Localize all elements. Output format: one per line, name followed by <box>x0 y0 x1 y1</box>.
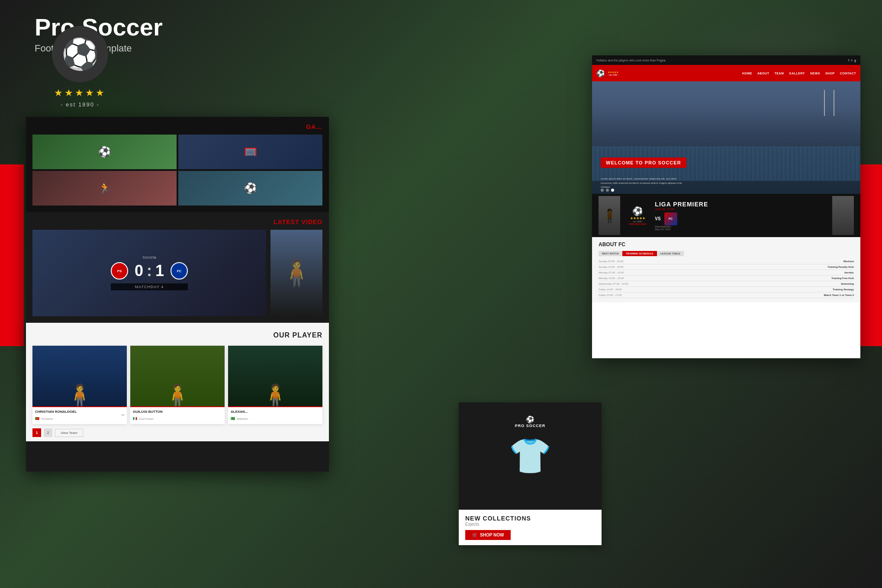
gallery-label: GA... <box>32 123 322 130</box>
view-team-button[interactable]: View Team <box>55 429 83 437</box>
players-section: OUR PLAYER 🧍 CHRISTIAN RONALDOEL 🇵🇹 Forw… <box>26 323 329 441</box>
announcement-text: Fellaino and the players who cost more t… <box>596 59 666 62</box>
site-header: ⚽ ★★★★★ - est 1890 - HOME ABOUT TEAM GAL… <box>592 65 860 81</box>
tshirt-brand-text: PRO SOCCER <box>515 424 546 428</box>
shop-info: NEW COLLECTIONS Esjects 🛒 SHOP NOW <box>459 510 602 545</box>
nav-team[interactable]: TEAM <box>774 72 784 75</box>
schedule-row-6: Friday 14:00 - 18:00 Training Strategy <box>599 287 854 292</box>
player-flag-2: 🇮🇹 <box>133 417 137 421</box>
player-figure-3: 🧍 <box>262 385 289 406</box>
team-logo-center: ⚽ ★★★★★ - est 1890 - PRO SOCCER <box>629 206 646 225</box>
hero-dot-3[interactable] <box>611 189 614 192</box>
player-card-3[interactable]: 🧍 ALEXAN... 🇧🇷 Midfielder <box>228 346 322 424</box>
page-button-2[interactable]: 2 <box>44 428 52 437</box>
hero-welcome-banner: WELCOME TO PRO SOCCER <box>601 157 686 168</box>
site-nav: HOME ABOUT TEAM GALLERY NEWS SHOP CONTAC… <box>742 72 856 75</box>
toyota-logo: TOYOTA <box>111 256 188 260</box>
schedule-day-4: Monday 14:00 - 18:00 <box>599 277 624 280</box>
hero-dots <box>601 189 614 192</box>
nav-shop[interactable]: SHOP <box>825 72 835 75</box>
nav-about[interactable]: ABOUT <box>757 72 769 75</box>
brand-stars: ★★★★★ <box>52 87 108 99</box>
tab-next-match[interactable]: NEXT MATCH <box>599 251 622 256</box>
shop-tshirt-display: ⚽ PRO SOCCER 👕 <box>459 402 602 510</box>
score-away: 1 <box>155 262 164 280</box>
video-thumbnail[interactable]: 🧍 <box>270 230 322 316</box>
match-team-name: PRO SOCCER <box>629 223 646 225</box>
video-player[interactable]: TOYOTA PS 0 : 1 FC MATCHDAY 4 <box>32 230 266 316</box>
site-logo: ⚽ ★★★★★ - est 1890 - <box>596 69 618 77</box>
player-info-3: ALEXAN... 🇧🇷 Midfielder <box>228 406 322 424</box>
nav-contact[interactable]: CONTACT <box>840 72 856 75</box>
nav-news[interactable]: NEWS <box>810 72 820 75</box>
schedule-activity-3: Aerobic <box>844 271 854 274</box>
match-location-date: May 20, 2015 <box>655 228 824 231</box>
schedule-day-7: Friday 15:00 - 17:00 <box>599 294 622 296</box>
schedule-row-3: Monday 07:00 - 10:00 Aerobic <box>599 270 854 276</box>
player-flag-3: 🇧🇷 <box>231 417 235 421</box>
score-sep: : <box>147 262 152 280</box>
page-button-1[interactable]: 1 <box>32 428 41 437</box>
about-section: ABOUT FC NEXT MATCH TRAINING SCHEDULE LE… <box>592 237 860 302</box>
schedule-activity-4: Training Free Kick <box>831 277 854 280</box>
player-image-1: 🧍 <box>32 346 127 406</box>
site-hero: WELCOME TO PRO SOCCER Lorem ipsum dolor … <box>592 81 860 194</box>
brand-est: - est 1890 - <box>52 101 108 108</box>
player-silhouette-right <box>832 196 854 235</box>
hero-dot-2[interactable] <box>606 189 609 192</box>
player-role-2: Goal Keeper <box>139 418 154 420</box>
player-role-3: Midfielder <box>237 418 248 420</box>
player-silhouette-video: 🧍 <box>280 258 313 289</box>
team-badge-away: FC <box>171 262 188 280</box>
player-number-1: #9 <box>121 414 124 416</box>
logo-panel: ⚽ ★★★★★ - est 1890 - <box>52 26 108 108</box>
player-info-1: CHRISTIAN RONALDOEL 🇵🇹 Forwarder #9 <box>32 406 127 424</box>
schedule-row-2: Sunday 14:00 - 18:00 Training Penalty Ki… <box>599 264 854 270</box>
shop-price: Esjects <box>465 522 595 527</box>
google-icon: g <box>854 59 856 62</box>
tab-training-schedule[interactable]: TRAINING SCHEDULE <box>622 251 657 256</box>
video-section: LATEST VIDEO TOYOTA PS 0 : 1 FC MATC <box>26 212 329 323</box>
match-date: JUN 16, 17:00 <box>655 208 824 211</box>
player-card-2[interactable]: 🧍 GUILUGI BUTTON 🇮🇹 Goal Keeper <box>130 346 225 424</box>
cart-icon: 🛒 <box>472 533 477 537</box>
shop-now-label: SHOP NOW <box>480 533 504 537</box>
gallery-image-2: 🥅 <box>178 135 322 169</box>
schedule-table: Sunday 07:00 - 10:00 Workout Sunday 14:0… <box>599 259 854 298</box>
nav-home[interactable]: HOME <box>742 72 752 75</box>
player-card-1[interactable]: 🧍 CHRISTIAN RONALDOEL 🇵🇹 Forwarder #9 <box>32 346 127 424</box>
hero-dot-1[interactable] <box>601 189 604 192</box>
gallery-image-4: ⚽ <box>178 171 322 206</box>
match-info: LIGA PREMIERE JUN 16, 17:00 VS FC PEKANB… <box>655 201 824 231</box>
brand-header: ⚽ ★★★★★ - est 1890 - Pro Soccer Football… <box>26 13 163 54</box>
gallery-item-1[interactable]: ⚽ <box>32 135 177 169</box>
vs-row: VS FC <box>655 212 824 225</box>
nav-gallery[interactable]: GALLERY <box>789 72 805 75</box>
player-flag-1: 🇵🇹 <box>35 417 39 421</box>
shop-now-button[interactable]: 🛒 SHOP NOW <box>465 530 511 540</box>
player-icon-left: 🧍 <box>602 208 618 223</box>
player-info-2: GUILUGI BUTTON 🇮🇹 Goal Keeper <box>130 406 225 424</box>
video-match-display: TOYOTA PS 0 : 1 FC MATCHDAY 4 <box>111 256 188 290</box>
player-figure-1: 🧍 <box>66 385 93 406</box>
player-name-3: ALEXAN... <box>231 410 320 414</box>
gallery-item-2[interactable]: 🥅 <box>178 135 322 169</box>
gallery-item-4[interactable]: ⚽ <box>178 171 322 206</box>
tshirt-logo: ⚽ PRO SOCCER <box>515 415 546 428</box>
team-badge-home: PS <box>111 262 128 280</box>
about-title: ABOUT FC <box>599 241 854 247</box>
schedule-activity-7: Match Team 1 vs Team 2 <box>824 294 854 296</box>
atletico-badge: FC <box>664 212 677 225</box>
twitter-icon: t <box>851 59 852 62</box>
player-silhouette-left: 🧍 <box>599 196 620 235</box>
player-image-2: 🧍 <box>130 346 225 406</box>
schedule-row-7: Friday 15:00 - 17:00 Match Team 1 vs Tea… <box>599 292 854 298</box>
gallery-item-3[interactable]: 🏃 <box>32 171 177 206</box>
schedule-activity-1: Workout <box>843 260 854 263</box>
schedule-activity-5: Swimming <box>841 283 854 285</box>
score-display: 0 : 1 <box>135 262 164 280</box>
gallery-image-3: 🏃 <box>32 171 177 206</box>
tab-league-table[interactable]: LEAGUE TABLE <box>657 251 684 256</box>
social-icons: f t g <box>848 59 856 62</box>
light-pole-2 <box>834 90 834 116</box>
